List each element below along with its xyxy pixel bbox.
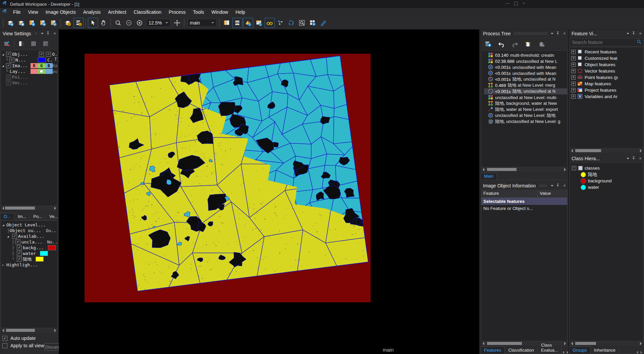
area-zoom-icon[interactable] xyxy=(113,18,123,28)
auto-update-checkbox[interactable]: ✓ xyxy=(2,336,7,341)
discard-button[interactable]: Discard xyxy=(44,343,61,351)
process-row[interactable]: <0.001s陆地, unclassified at N xyxy=(484,76,567,82)
close-panel-icon[interactable]: × xyxy=(638,156,643,161)
close-panel-icon[interactable]: × xyxy=(52,31,57,36)
checkbox-objects[interactable]: ✓ xyxy=(6,52,11,57)
tab-scroll-arrows[interactable] xyxy=(635,351,644,354)
measure-icon[interactable] xyxy=(318,18,328,28)
close-panel-icon[interactable]: × xyxy=(638,31,643,36)
ch-tab-inheritance[interactable]: Inheritance xyxy=(591,347,619,354)
class-item[interactable]: water xyxy=(572,184,643,190)
image-layer-mixing-icon[interactable] xyxy=(63,18,73,28)
checkbox-image[interactable]: ✓ xyxy=(6,63,11,68)
class-item[interactable]: background xyxy=(572,178,643,184)
pin-icon[interactable] xyxy=(631,31,636,36)
view-classification-icon[interactable]: i xyxy=(243,18,253,28)
ioi-tab-features[interactable]: Features xyxy=(480,347,505,354)
object-tree-row[interactable]: ├✓backg... xyxy=(1,245,57,251)
ioi-row[interactable]: No Feature or Object s... xyxy=(481,205,567,212)
outline-color-swatch[interactable] xyxy=(38,57,46,62)
menu-process[interactable]: Process xyxy=(165,8,190,16)
process-row[interactable]: <0.001sunclassified with Mean xyxy=(484,70,567,76)
panel-menu-icon[interactable] xyxy=(627,158,629,161)
caret-expanded[interactable]: ◢ xyxy=(1,53,5,56)
open-workspace-icon[interactable] xyxy=(48,18,58,28)
layer-b-swatch[interactable] xyxy=(45,69,53,74)
add-map-icon[interactable] xyxy=(27,18,37,28)
menu-window[interactable]: Window xyxy=(208,8,232,16)
object-tree-row[interactable]: ▷Hightligh... xyxy=(1,262,57,268)
process-profile-icon[interactable] xyxy=(73,18,84,28)
toolbar-grip[interactable] xyxy=(183,18,185,27)
expand-icon[interactable]: + xyxy=(571,75,576,80)
panel-menu-icon[interactable] xyxy=(41,33,44,36)
process-row[interactable]: 03.140multi-threshold: creatin xyxy=(484,52,567,58)
tree-checkbox[interactable]: ✓ xyxy=(12,234,17,239)
search-icon[interactable] xyxy=(637,39,643,46)
zoom-window-icon[interactable] xyxy=(297,18,307,28)
panel-menu-icon[interactable] xyxy=(551,33,553,36)
checkbox-objects-2[interactable]: ✓ xyxy=(39,52,44,57)
checkbox-point[interactable]: ✓ xyxy=(6,75,11,80)
object-tree-row[interactable]: ◢Object Level... xyxy=(1,222,57,228)
tree-checkbox[interactable]: ✓ xyxy=(17,245,22,250)
class-root-row[interactable]: −classes xyxy=(572,165,643,171)
feature-item[interactable]: +Object features xyxy=(571,61,643,68)
save-project-icon[interactable] xyxy=(16,18,26,28)
redo-icon[interactable] xyxy=(510,39,520,49)
edit-level-icon[interactable] xyxy=(2,39,12,48)
layer-g-swatch[interactable] xyxy=(38,69,45,74)
process-tree-tab-main[interactable]: Main xyxy=(480,173,497,180)
map-selector-combo[interactable]: main xyxy=(187,19,216,27)
duplicate-map-icon[interactable] xyxy=(38,18,48,28)
update-view-icon[interactable] xyxy=(286,18,296,28)
process-row[interactable]: 陆地, unclassified at New Level: g xyxy=(484,119,567,125)
channel-g-cell[interactable]: G xyxy=(38,63,45,68)
tree-checkbox[interactable]: ✓ xyxy=(17,251,22,256)
object-tree-hscrollbar[interactable] xyxy=(1,328,58,333)
column-value[interactable]: Value xyxy=(538,190,553,197)
pin-icon[interactable] xyxy=(631,156,636,161)
feature-view-hscrollbar[interactable] xyxy=(570,148,643,153)
expand-icon[interactable]: + xyxy=(571,62,576,67)
process-row[interactable]: unclassified at New Level: multi- xyxy=(484,94,567,100)
process-row[interactable]: <0.001sunclassified with Mean xyxy=(484,64,567,70)
menu-classification[interactable]: Classification xyxy=(130,8,165,16)
tile-settings-icon[interactable] xyxy=(308,18,318,28)
collapse-icon[interactable]: − xyxy=(572,166,576,170)
toolbar-grip[interactable] xyxy=(2,18,4,27)
menu-architect[interactable]: Architect xyxy=(104,8,130,16)
channel-r-cell[interactable]: R xyxy=(31,63,38,68)
panel-drag-handle[interactable] xyxy=(514,32,547,35)
feature-view-table-icon[interactable]: i xyxy=(254,18,264,28)
cursor-icon[interactable] xyxy=(88,18,98,28)
delete-levels-icon[interactable] xyxy=(523,39,533,49)
column-feature[interactable]: Feature xyxy=(481,190,538,197)
feature-item[interactable]: +VVariables and Ar xyxy=(571,93,643,100)
menu-help[interactable]: Help xyxy=(232,8,249,16)
view-settings-hscrollbar[interactable] xyxy=(1,206,58,210)
expand-icon[interactable]: + xyxy=(571,50,576,54)
feature-item[interactable]: +Point features (p xyxy=(571,74,643,81)
panel-menu-icon[interactable] xyxy=(627,33,629,36)
apply-all-views-checkbox[interactable] xyxy=(2,343,7,348)
close-button[interactable]: × xyxy=(523,1,525,6)
process-row[interactable]: 陆地, water at New Level: export xyxy=(484,106,567,113)
lock-tree-icon[interactable] xyxy=(483,39,493,49)
object-tree-row[interactable]: ├✓water xyxy=(1,251,57,256)
process-row[interactable]: 0.469陆地 at New Level: merg xyxy=(484,82,567,88)
class-color-swatch[interactable] xyxy=(36,257,44,262)
close-panel-icon[interactable]: × xyxy=(562,183,567,188)
minimize-button[interactable]: — xyxy=(505,1,509,6)
feature-item[interactable]: +Customized feat xyxy=(571,55,643,61)
close-panel-icon[interactable]: × xyxy=(562,31,567,36)
feature-item[interactable]: +Map features xyxy=(571,81,643,87)
checkbox-objects-3[interactable]: ✓ xyxy=(46,52,51,57)
undo-icon[interactable] xyxy=(496,39,506,49)
expand-icon[interactable]: + xyxy=(571,82,576,86)
process-row[interactable]: <0.001s陆地, unclassified at N xyxy=(484,88,567,94)
feature-item[interactable]: +Project features xyxy=(571,87,643,93)
ioi-row[interactable]: Selectable features xyxy=(481,198,567,205)
ioi-hscrollbar[interactable] xyxy=(481,341,568,346)
panel-drag-handle[interactable] xyxy=(35,32,38,35)
